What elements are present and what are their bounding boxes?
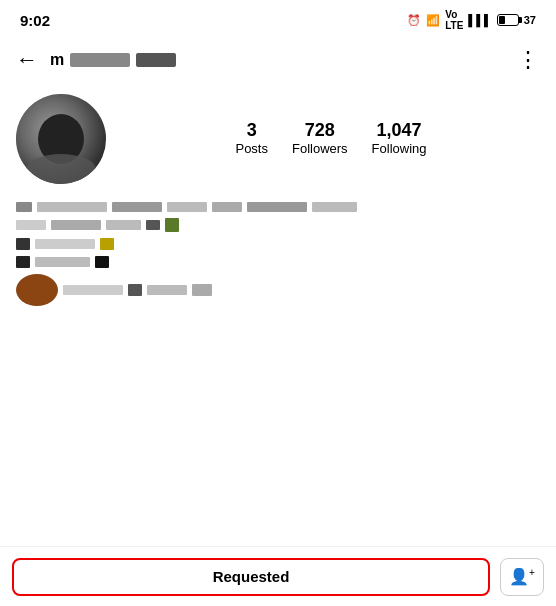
status-time: 9:02 xyxy=(20,12,50,29)
pixel-block xyxy=(16,274,58,306)
status-icons: ⏰ 📶 VoLTE ▌▌▌ 37 xyxy=(407,9,536,31)
pixel-block xyxy=(312,202,357,212)
pixel-block xyxy=(147,285,187,295)
pixel-block xyxy=(35,257,90,267)
action-bar: Requested 👤+ xyxy=(0,546,556,606)
signal-bars-icon: ▌▌▌ xyxy=(468,14,491,26)
pixel-block xyxy=(16,238,30,250)
bio-content xyxy=(16,202,540,306)
pixel-block xyxy=(165,218,179,232)
pixel-block xyxy=(35,239,95,249)
bio-row-1 xyxy=(16,202,540,212)
following-stat[interactable]: 1,047 Following xyxy=(372,120,427,158)
username-blur-part1 xyxy=(70,53,130,67)
stats-row: 3 Posts 728 Followers 1,047 Following xyxy=(122,120,540,158)
bio-area xyxy=(0,198,556,316)
pixel-block xyxy=(16,220,46,230)
pixel-block xyxy=(100,238,114,250)
pixel-block xyxy=(106,220,141,230)
followers-label: Followers xyxy=(292,141,348,158)
username-initial: m xyxy=(50,51,64,69)
pixel-block xyxy=(247,202,307,212)
profile-section: 3 Posts 728 Followers 1,047 Following xyxy=(0,84,556,198)
pixel-block xyxy=(95,256,109,268)
pixel-block xyxy=(192,284,212,296)
followers-count: 728 xyxy=(305,120,335,142)
posts-label: Posts xyxy=(235,141,268,158)
bio-row-3 xyxy=(16,238,540,250)
pixel-block xyxy=(112,202,162,212)
bio-row-2 xyxy=(16,218,540,232)
pixel-block xyxy=(51,220,101,230)
following-count: 1,047 xyxy=(377,120,422,142)
battery-percent: 37 xyxy=(524,14,536,26)
back-button[interactable]: ← xyxy=(16,47,38,73)
pixel-block xyxy=(212,202,242,212)
posts-count: 3 xyxy=(247,120,257,142)
bio-row-4 xyxy=(16,256,540,268)
pixel-block xyxy=(63,285,123,295)
pixel-block xyxy=(37,202,107,212)
followers-stat[interactable]: 728 Followers xyxy=(292,120,348,158)
add-person-icon: 👤+ xyxy=(509,567,535,586)
pixel-block xyxy=(146,220,160,230)
pixel-block xyxy=(167,202,207,212)
avatar xyxy=(16,94,106,184)
username-block: m xyxy=(50,51,176,69)
more-options-button[interactable]: ⋮ xyxy=(517,47,540,73)
following-label: Following xyxy=(372,141,427,158)
alarm-icon: ⏰ xyxy=(407,14,421,27)
add-person-button[interactable]: 👤+ xyxy=(500,558,544,596)
pixel-block xyxy=(128,284,142,296)
battery-icon xyxy=(497,14,519,26)
username-blur-part2 xyxy=(136,53,176,67)
requested-button[interactable]: Requested xyxy=(12,558,490,596)
pixel-block xyxy=(16,256,30,268)
wifi-icon: 📶 xyxy=(426,14,440,27)
signal-text: VoLTE xyxy=(445,9,463,31)
header-left: ← m xyxy=(16,47,176,73)
pixel-block xyxy=(16,202,32,212)
posts-stat: 3 Posts xyxy=(235,120,268,158)
status-bar: 9:02 ⏰ 📶 VoLTE ▌▌▌ 37 xyxy=(0,0,556,36)
bio-row-5 xyxy=(16,274,540,306)
header: ← m ⋮ xyxy=(0,36,556,84)
